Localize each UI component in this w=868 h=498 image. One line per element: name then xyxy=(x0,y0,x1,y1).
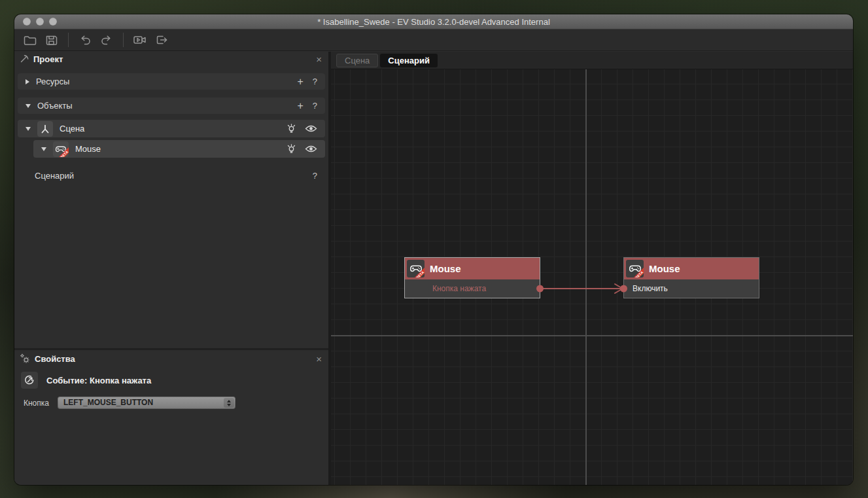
main-toolbar xyxy=(14,29,853,51)
export-button[interactable] xyxy=(152,31,171,48)
mouse-object-icon: BETA xyxy=(407,260,425,277)
close-project-panel-button[interactable]: × xyxy=(316,54,322,64)
run-preview-button[interactable] xyxy=(131,31,149,48)
button-field-row: Кнопка LEFT_MOUSE_BUTTON xyxy=(24,397,322,409)
app-window: * Isabelline_Swede - EV Studio 3.2.0-dev… xyxy=(14,14,853,485)
node-title: Mouse xyxy=(649,263,680,274)
scenario-label: Сценарий xyxy=(35,171,74,181)
mouse-button-select[interactable]: LEFT_MOUSE_BUTTON xyxy=(58,397,235,409)
close-window-button[interactable] xyxy=(23,18,31,26)
resources-help-button[interactable]: ? xyxy=(313,77,317,86)
event-icon xyxy=(21,372,38,389)
properties-panel-title: Свойства xyxy=(35,354,75,364)
grid-origin-horizontal-axis xyxy=(331,335,853,336)
light-toggle-icon[interactable] xyxy=(286,123,297,134)
zoom-window-button[interactable] xyxy=(49,18,57,26)
export-icon xyxy=(154,33,169,46)
properties-panel-header: Свойства × xyxy=(14,351,328,366)
visibility-eye-icon[interactable] xyxy=(305,145,317,153)
traffic-lights xyxy=(23,14,57,29)
light-toggle-icon[interactable] xyxy=(286,143,297,154)
minimize-window-button[interactable] xyxy=(36,18,44,26)
title-bar[interactable]: * Isabelline_Swede - EV Studio 3.2.0-dev… xyxy=(14,14,853,29)
desktop-wallpaper: * Isabelline_Swede - EV Studio 3.2.0-dev… xyxy=(0,0,868,498)
project-panel-header: Проект × xyxy=(14,52,328,66)
undo-icon xyxy=(78,33,92,46)
tree-item-scene[interactable]: Сцена xyxy=(18,120,325,137)
save-icon xyxy=(44,33,59,46)
chevron-down-icon[interactable] xyxy=(26,104,31,108)
mouse-label: Mouse xyxy=(75,144,101,154)
project-panel-title: Проект xyxy=(33,54,63,64)
add-object-button[interactable]: + xyxy=(297,101,303,111)
chevron-right-icon[interactable] xyxy=(26,79,29,84)
toolbar-separator xyxy=(123,33,124,47)
window-title: * Isabelline_Swede - EV Studio 3.2.0-dev… xyxy=(14,17,853,27)
close-properties-panel-button[interactable]: × xyxy=(316,354,322,364)
add-resource-button[interactable]: + xyxy=(297,77,303,87)
mouse-button-select-value: LEFT_MOUSE_BUTTON xyxy=(58,397,235,409)
node-header[interactable]: BETA Mouse xyxy=(405,258,540,279)
node-graph-grid[interactable]: BETA Mouse Кнопка нажата xyxy=(331,69,853,485)
grid-origin-vertical-axis xyxy=(585,69,587,485)
main-split: Проект × Ресурсы + ? Объекты + xyxy=(14,52,853,485)
run-preview-icon xyxy=(132,33,148,46)
visibility-eye-icon[interactable] xyxy=(305,124,317,133)
gears-icon xyxy=(20,353,30,364)
node-title: Mouse xyxy=(430,263,461,274)
node-body: Включить xyxy=(624,279,759,298)
save-button[interactable] xyxy=(43,31,61,48)
node-mouse-event[interactable]: BETA Mouse Кнопка нажата xyxy=(404,257,540,298)
objects-label: Объекты xyxy=(37,101,73,111)
button-field-label: Кнопка xyxy=(24,399,58,408)
input-port-dot[interactable] xyxy=(620,285,627,293)
undo-button[interactable] xyxy=(76,31,94,48)
editor-tab-bar: Сцена Сценарий xyxy=(331,52,853,69)
tree-item-scenario[interactable]: Сценарий ? xyxy=(18,168,325,183)
scenario-help-button[interactable]: ? xyxy=(313,171,317,180)
chevron-down-icon[interactable] xyxy=(26,127,31,131)
properties-panel: Свойства × Событие: Кнопка нажата xyxy=(14,348,328,485)
toolbar-separator xyxy=(68,33,69,47)
section-objects[interactable]: Объекты + ? xyxy=(18,98,325,114)
input-port-label: Включить xyxy=(633,284,668,293)
tab-scene[interactable]: Сцена xyxy=(336,54,378,67)
output-port-dot[interactable] xyxy=(536,285,544,293)
scene-icon xyxy=(37,121,53,137)
open-folder-button[interactable] xyxy=(21,31,39,48)
mouse-object-icon: BETA xyxy=(53,141,69,157)
node-body: Кнопка нажата xyxy=(405,279,540,298)
redo-button[interactable] xyxy=(97,31,116,48)
redo-icon xyxy=(99,33,114,46)
section-resources[interactable]: Ресурсы + ? xyxy=(18,73,325,90)
scene-label: Сцена xyxy=(60,124,84,133)
chevron-down-icon[interactable] xyxy=(41,147,46,151)
node-header[interactable]: BETA Mouse xyxy=(624,258,759,279)
editor-canvas: Сцена Сценарий xyxy=(331,52,853,485)
event-title: Событие: Кнопка нажата xyxy=(46,376,151,385)
tree-item-mouse[interactable]: BETA Mouse xyxy=(33,140,325,158)
mouse-object-icon: BETA xyxy=(626,260,644,277)
project-panel: Проект × Ресурсы + ? Объекты + xyxy=(14,52,331,485)
output-port-label: Кнопка нажата xyxy=(432,284,486,293)
open-folder-icon xyxy=(23,33,37,46)
event-row: Событие: Кнопка нажата xyxy=(21,372,322,389)
select-stepper-icon[interactable] xyxy=(224,398,234,408)
resources-label: Ресурсы xyxy=(36,77,69,86)
pickaxe-icon xyxy=(20,54,29,63)
node-mouse-action[interactable]: BETA Mouse Включить xyxy=(623,257,759,298)
objects-help-button[interactable]: ? xyxy=(313,101,317,110)
tab-scenario[interactable]: Сценарий xyxy=(380,54,438,67)
